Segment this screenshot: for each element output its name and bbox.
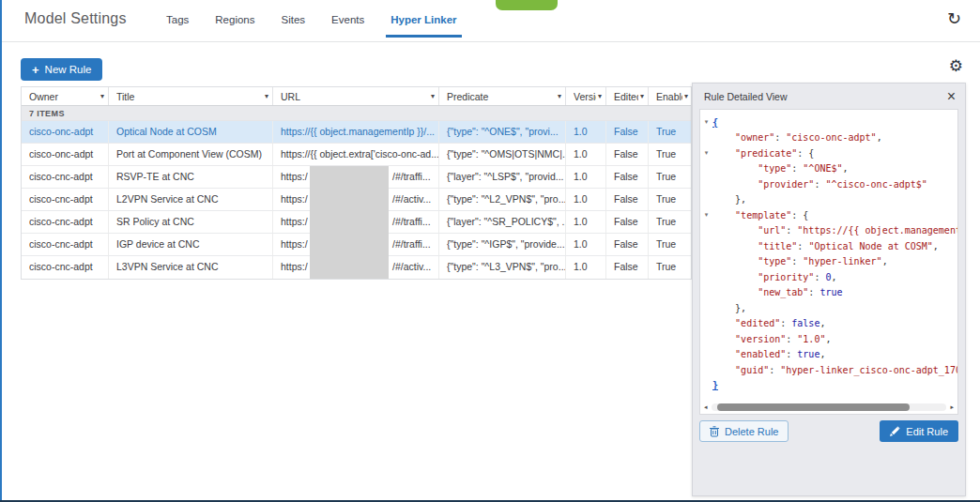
cell-predicate: {"type": "^L3_VPN$", "pro...	[439, 256, 566, 279]
cell-edited: False	[606, 121, 649, 143]
scroll-left-icon[interactable]: ◂	[704, 403, 712, 411]
code-line-text: "predicate": {	[712, 148, 814, 159]
cell-predicate: {"type": "^OMS|OTS|NMC|...	[439, 144, 566, 165]
cell-predicate: {"type": "^IGP$", "provide...	[439, 234, 566, 255]
code-line: },	[700, 300, 957, 316]
code-line: "url": "https://{{ object.managementIp }…	[700, 223, 957, 239]
cell-version: 1.0	[566, 144, 606, 165]
fold-gutter[interactable]: ▾	[700, 211, 712, 219]
fold-arrow-icon[interactable]: ▾	[705, 211, 709, 218]
code-line-text: "template": {	[712, 210, 808, 221]
json-code-viewer[interactable]: ▾ { "owner": "cisco-onc-adpt", ▾ "predic…	[699, 109, 958, 415]
panel-header: Rule Detailed View ×	[693, 84, 965, 109]
cell-title: RSVP-TE at CNC	[109, 166, 273, 188]
scrollbar-track[interactable]	[712, 403, 946, 411]
cell-edited: False	[606, 256, 649, 279]
code-line-text: },	[712, 194, 746, 205]
column-header[interactable]: Enabled ▾	[649, 87, 692, 105]
url-prefix: https:/	[281, 238, 308, 250]
fold-arrow-icon[interactable]: ▾	[705, 149, 709, 156]
column-header[interactable]: Predicate ▾	[439, 87, 566, 105]
code-line-text: },	[712, 303, 746, 313]
cell-edited: False	[606, 234, 649, 255]
column-header[interactable]: URL ▾	[273, 87, 439, 105]
delete-rule-label: Delete Rule	[725, 426, 778, 437]
tab[interactable]: Tags	[161, 14, 193, 38]
tab[interactable]: Events	[327, 14, 369, 38]
tab[interactable]: Regions	[210, 14, 259, 38]
code-line-text: "url": "https://{{ object.managementIp }…	[712, 225, 958, 236]
redacted-url-block	[310, 166, 389, 279]
cell-url: https://{{ object.managementIp }}/...	[273, 121, 439, 143]
code-line: ▾ "predicate": {	[700, 145, 957, 161]
url-suffix: /#/activ...	[392, 256, 431, 278]
scrollbar-thumb[interactable]	[717, 403, 910, 411]
table-row[interactable]: cisco-onc-adpt Optical Node at COSM http…	[22, 121, 691, 144]
url-prefix: https:/	[281, 193, 308, 205]
chevron-down-icon[interactable]: ▾	[684, 92, 688, 100]
scroll-right-icon[interactable]: ▸	[946, 403, 954, 411]
tab[interactable]: Sites	[277, 14, 311, 38]
cell-enabled: True	[649, 144, 692, 165]
column-label: URL	[281, 91, 429, 102]
gear-icon[interactable]: ⚙	[949, 56, 963, 76]
panel-footer: Delete Rule Edit Rule	[693, 415, 965, 442]
tab[interactable]: Hyper Linker	[386, 14, 461, 38]
cell-edited: False	[606, 189, 649, 210]
cell-title: SR Policy at CNC	[109, 211, 273, 233]
code-line: "priority": 0,	[700, 269, 957, 285]
code-line-text: "enabled": true,	[712, 349, 825, 359]
cell-version: 1.0	[566, 121, 606, 143]
code-line-text: "version": "1.0",	[712, 334, 831, 344]
code-line: "new_tab": true	[700, 285, 957, 301]
code-line-text: "edited": false,	[712, 318, 825, 328]
chevron-down-icon[interactable]: ▾	[100, 92, 104, 100]
url-prefix: https:/	[281, 261, 308, 272]
app-window: Model Settings Tags Regions Sites Events…	[0, 0, 980, 502]
chevron-down-icon[interactable]: ▾	[558, 92, 561, 100]
chevron-down-icon[interactable]: ▾	[640, 92, 644, 100]
code-line-text: "title": "Optical Node at COSM",	[712, 241, 939, 251]
items-count: 7 ITEMS	[22, 106, 691, 121]
edit-rule-button[interactable]: Edit Rule	[880, 420, 958, 442]
horizontal-scrollbar[interactable]: ◂ ▸	[704, 403, 954, 412]
fold-gutter[interactable]: ▾	[700, 118, 712, 126]
new-rule-button[interactable]: + New Rule	[21, 58, 102, 81]
column-header[interactable]: Owner ▾	[22, 87, 109, 105]
column-label: Enabled	[656, 91, 682, 102]
cell-owner: cisco-cnc-adpt	[22, 256, 109, 279]
cell-owner: cisco-cnc-adpt	[22, 166, 109, 188]
column-header[interactable]: Version ▾	[566, 87, 606, 105]
code-line: "enabled": true,	[700, 347, 957, 363]
column-header[interactable]: Edited ▾	[606, 87, 649, 105]
trash-icon	[710, 426, 719, 437]
fold-arrow-icon[interactable]: ▾	[705, 118, 709, 125]
table-row[interactable]: cisco-onc-adpt Port at Component View (C…	[22, 144, 691, 166]
column-header[interactable]: Title ▾	[109, 87, 273, 105]
code-line: },	[700, 192, 957, 208]
cell-predicate: {"type": "^L2_VPN$", "pro...	[439, 189, 566, 210]
cell-edited: False	[606, 144, 649, 165]
new-rule-label: New Rule	[45, 64, 92, 75]
url-prefix: https:/	[281, 171, 308, 182]
cell-enabled: True	[649, 211, 692, 233]
cell-enabled: True	[649, 256, 692, 279]
delete-rule-button[interactable]: Delete Rule	[699, 420, 789, 442]
cell-title: L2VPN Service at CNC	[109, 189, 273, 210]
header-divider	[0, 41, 980, 42]
chevron-down-icon[interactable]: ▾	[598, 92, 602, 100]
chevron-down-icon[interactable]: ▾	[431, 92, 435, 100]
chevron-down-icon[interactable]: ▾	[265, 92, 268, 100]
close-icon[interactable]: ×	[947, 89, 956, 104]
code-line-text: "new_tab": true	[712, 287, 843, 297]
cell-enabled: True	[649, 121, 692, 143]
code-line-text: }	[712, 380, 718, 390]
refresh-icon[interactable]: ↻	[947, 8, 961, 29]
fold-gutter[interactable]: ▾	[700, 149, 712, 157]
code-line-text: "provider": "^cisco-onc-adpt$"	[712, 179, 927, 190]
url-suffix: /#/traffi...	[392, 234, 431, 255]
code-line: "guid": "hyper-linker_cisco-onc-adpt_170…	[700, 362, 957, 378]
code-line: ▾ {	[700, 114, 957, 130]
cell-version: 1.0	[566, 211, 606, 233]
rules-table: Owner ▾ Title ▾ URL ▾ Predicate ▾	[21, 86, 692, 280]
